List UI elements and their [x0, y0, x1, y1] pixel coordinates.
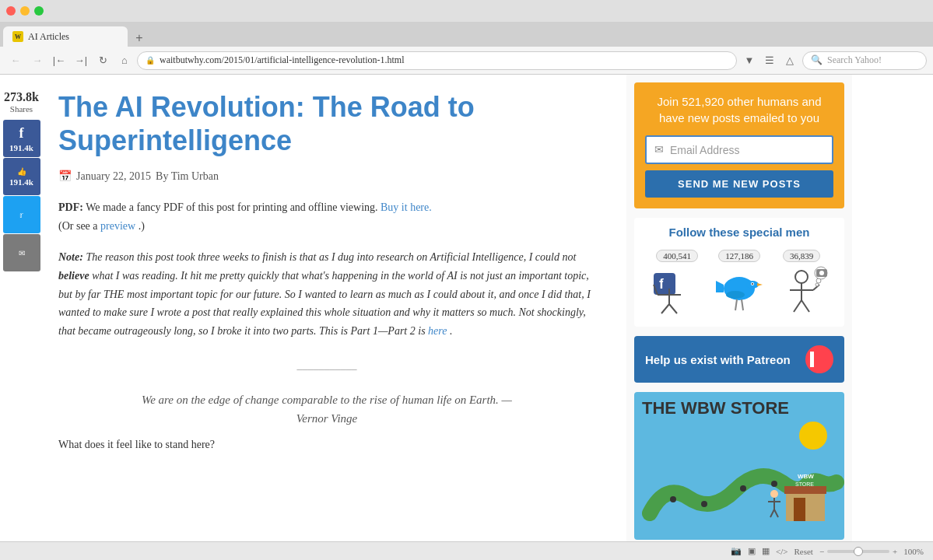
list-button[interactable]: ☰ — [760, 51, 779, 70]
svg-point-31 — [670, 496, 676, 502]
article-body: PDF: We made a fancy PDF of this post fo… — [58, 198, 595, 453]
article-author: By Tim Urban — [156, 170, 219, 183]
reset-label[interactable]: Reset — [794, 547, 812, 556]
pdf-paragraph: PDF: We made a fancy PDF of this post fo… — [58, 198, 595, 236]
tw-count: 127,186 — [718, 250, 760, 262]
photo-icon: 📷 — [731, 546, 742, 556]
svg-point-2 — [663, 276, 675, 289]
quote-block: We are on the edge of change comparable … — [89, 390, 564, 428]
zoom-thumb — [854, 547, 863, 556]
email-input-container[interactable]: ✉ Email Address — [645, 135, 833, 164]
dropdown-button[interactable]: ▼ — [740, 51, 759, 70]
twitter-icon: 𝕣 — [19, 211, 23, 219]
svg-point-24 — [816, 278, 821, 283]
note-text2: what I was reading. It hit me pretty qui… — [58, 270, 591, 337]
patreon-logo — [805, 345, 833, 373]
facebook-share-button[interactable]: f 191.4k — [3, 120, 40, 157]
social-sidebar: 273.8k Shares f 191.4k 👍 191.4k 𝕣 ✉ — [0, 75, 43, 541]
jump-back-button[interactable]: |← — [50, 51, 68, 70]
svg-rect-36 — [784, 486, 826, 494]
send-posts-button[interactable]: SEND ME NEW POSTS — [645, 170, 833, 198]
social-figures: 400,541 f — [642, 247, 837, 319]
article-title: The AI Revolution: The Road to Superinte… — [58, 90, 595, 157]
bookmark-button[interactable]: △ — [780, 51, 799, 70]
nav-extras: ▼ ☰ △ — [740, 51, 799, 70]
buy-link[interactable]: Buy it here. — [381, 201, 432, 213]
url-display: waitbutwhy.com/2015/01/artificial-intell… — [160, 54, 404, 66]
note-text: The reason this post took three weeks to… — [86, 251, 576, 263]
svg-point-34 — [771, 481, 777, 487]
svg-point-12 — [752, 283, 753, 285]
address-bar[interactable]: 🔒 waitbutwhy.com/2015/01/artificial-inte… — [137, 51, 737, 70]
svg-point-33 — [740, 485, 746, 492]
jump-forward-button[interactable]: →| — [72, 51, 90, 70]
svg-point-17 — [795, 271, 808, 283]
store-title-text: THE WBW STORE — [642, 398, 789, 418]
zoom-plus[interactable]: + — [893, 547, 897, 556]
store-banner[interactable]: THE WBW STORE WBW STORE — [634, 392, 844, 540]
browser-tab[interactable]: W AI Articles — [3, 26, 128, 47]
back-button[interactable]: ← — [6, 51, 25, 70]
right-sidebar: Join 521,920 other humans and have new p… — [626, 75, 852, 541]
reload-button[interactable]: ↻ — [93, 51, 112, 70]
map-icon: ▦ — [762, 546, 770, 556]
email-widget: Join 521,920 other humans and have new p… — [634, 82, 844, 208]
bottom-bar: 📷 ▣ ▦ </> Reset − + 100% — [0, 541, 933, 560]
twitter-mascot — [712, 265, 766, 316]
twitter-share-button[interactable]: 𝕣 — [3, 196, 40, 233]
svg-line-5 — [661, 304, 669, 313]
note-label: Note: — [58, 251, 83, 263]
minimize-button[interactable] — [20, 6, 30, 16]
envelope-icon: ✉ — [19, 249, 25, 257]
svg-line-43 — [770, 509, 774, 517]
code-icon: </> — [776, 547, 787, 556]
note-text3: . — [450, 325, 453, 337]
svg-text:WBW: WBW — [798, 473, 814, 480]
search-bar[interactable]: 🔍 Search Yahoo! — [802, 51, 927, 70]
twitter-figure: 127,186 — [712, 250, 766, 316]
facebook-figure: 400,541 f — [650, 250, 704, 316]
calendar-icon: 📅 — [58, 170, 72, 183]
ig-count: 36,839 — [783, 250, 820, 262]
envelope-icon: ✉ — [654, 143, 664, 156]
close-button[interactable] — [6, 6, 16, 16]
patreon-button[interactable]: Help us exist with Patreon — [634, 336, 844, 383]
svg-line-6 — [669, 304, 677, 313]
svg-point-27 — [819, 271, 824, 275]
forward-button[interactable]: → — [28, 51, 47, 70]
zoom-slider[interactable] — [827, 550, 889, 553]
home-button[interactable]: ⌂ — [115, 51, 134, 70]
search-placeholder: Search Yahoo! — [827, 54, 882, 66]
divider-text: ___________ — [297, 359, 357, 371]
svg-marker-10 — [757, 283, 763, 286]
store-illustration: WBW STORE — [642, 420, 844, 529]
see-text: (Or see a — [58, 220, 100, 232]
article-meta: 📅 January 22, 2015 By Tim Urban — [58, 170, 595, 183]
search-icon: 🔍 — [811, 54, 823, 66]
svg-marker-13 — [716, 281, 724, 292]
email-address-input[interactable]: Email Address — [670, 144, 739, 156]
like-button[interactable]: 👍 191.4k — [3, 158, 40, 195]
nav-bar: ← → |← →| ↻ ⌂ 🔒 waitbutwhy.com/2015/01/a… — [0, 47, 933, 75]
maximize-button[interactable] — [34, 6, 44, 16]
svg-line-16 — [742, 299, 743, 310]
quote-text: We are on the edge of change comparable … — [142, 394, 512, 425]
email-share-button[interactable]: ✉ — [3, 234, 40, 271]
preview-link[interactable]: preview — [100, 220, 135, 232]
new-tab-button[interactable]: + — [131, 30, 148, 47]
shares-label: Shares — [10, 104, 33, 114]
store-title: THE WBW STORE — [642, 400, 837, 417]
instagram-figure: 36,839 — [774, 250, 829, 316]
patreon-label: Help us exist with Patreon — [645, 353, 791, 366]
svg-point-14 — [726, 291, 745, 299]
tab-label: AI Articles — [28, 31, 69, 43]
facebook-count: 191.4k — [9, 143, 33, 152]
here-link[interactable]: here — [428, 325, 447, 337]
zoom-minus[interactable]: − — [819, 547, 824, 556]
svg-point-32 — [701, 501, 707, 507]
tab-favicon: W — [12, 31, 23, 42]
like-count: 191.4k — [9, 177, 33, 187]
zoom-control[interactable]: − + — [819, 547, 897, 556]
share-count: 273.8k Shares — [4, 90, 39, 114]
believe-text: believe — [58, 270, 89, 282]
